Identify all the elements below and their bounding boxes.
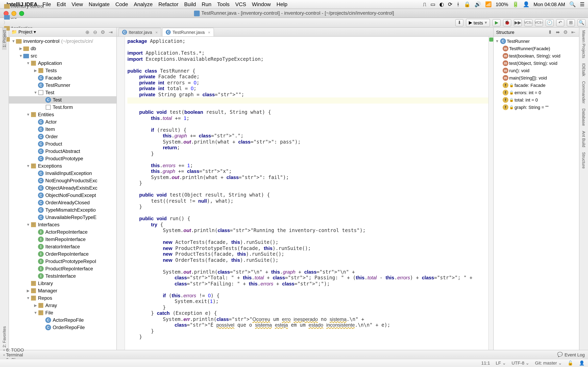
tree-node[interactable]: C ObjectNotFoundExcept — [9, 192, 116, 199]
structure-node[interactable]: m TestRunner(Facade) — [494, 45, 579, 52]
structure-node[interactable]: m run(): void — [494, 67, 579, 74]
tree-node[interactable]: ▼ Application — [9, 59, 116, 67]
scroll-from-source-icon[interactable]: ⊖ — [92, 29, 98, 35]
tree-node[interactable]: I ProductRepoInterface — [9, 265, 116, 272]
tree-node[interactable]: ▼ src — [9, 52, 116, 59]
tree-node[interactable]: C NotEnoughProductsExc — [9, 177, 116, 184]
debug-button[interactable]: 🐞 — [503, 19, 511, 26]
tree-node[interactable]: ▼ Test — [9, 89, 116, 96]
cursor-position[interactable]: 11:1 — [481, 360, 490, 366]
tree-node[interactable]: C ProductPrototype — [9, 155, 116, 162]
tree-node[interactable]: Library — [9, 280, 116, 287]
menu-code[interactable]: Code — [115, 1, 128, 7]
coverage-button[interactable]: ▶▶ — [514, 19, 522, 26]
tool-button-todo[interactable]: ▫ 6: TODO — [3, 347, 29, 352]
menu-refactor[interactable]: Refactor — [158, 1, 178, 7]
tool-button-database[interactable]: Database — [581, 106, 586, 128]
menu-navigate[interactable]: Navigate — [89, 1, 110, 7]
read-only-lock-icon[interactable]: 🔓 — [568, 360, 573, 366]
zoom-window-button[interactable] — [19, 11, 24, 16]
close-tab-icon[interactable]: × — [155, 30, 158, 34]
display-icon[interactable]: ▭ — [430, 1, 435, 7]
menu-build[interactable]: Build — [184, 1, 196, 7]
spotlight-icon[interactable]: 🔍 — [569, 1, 576, 7]
structure-node[interactable]: ▼C TestRunner — [494, 38, 579, 45]
project-view-selector[interactable]: 📁 Project ▾ — [11, 29, 36, 35]
tree-node[interactable]: C Actor — [9, 118, 116, 125]
tree-arrow-icon[interactable]: ▶ — [34, 68, 38, 73]
tree-node[interactable]: ▼ inventory-control (~/projects/cin/ — [9, 38, 116, 45]
tree-node[interactable]: C UnavailableRepoTypeE — [9, 214, 116, 221]
structure-node[interactable]: m main(String[]): void — [494, 74, 579, 82]
tree-arrow-icon[interactable]: ▼ — [26, 223, 30, 227]
hide-icon[interactable]: ⇤ — [570, 29, 577, 35]
structure-node[interactable]: m test(Object, String): void — [494, 59, 579, 67]
settings-icon[interactable]: ⚙ — [562, 29, 569, 35]
tool-button-ant-build[interactable]: Ant Build — [581, 128, 586, 150]
gutter[interactable] — [117, 37, 125, 350]
tree-arrow-icon[interactable]: ▶ — [34, 303, 38, 308]
tree-node[interactable]: C ObjectAlreadyExistsExc — [9, 184, 116, 192]
tool-button-idetalk[interactable]: IDEtalk — [581, 61, 586, 79]
tree-node[interactable]: ▼ Interfaces — [9, 221, 116, 228]
settings-icon[interactable]: ⚙ — [100, 29, 106, 35]
menu-tools[interactable]: Tools — [217, 1, 229, 7]
vcs-update-button[interactable]: VCS↓ — [524, 19, 532, 26]
code-editor[interactable]: package Application; import Application.… — [125, 37, 488, 350]
event-log-button[interactable]: 💬 Event Log — [557, 352, 585, 357]
menu-vcs[interactable]: VCS — [235, 1, 246, 7]
update-project-button[interactable]: ⬇ — [455, 19, 463, 26]
tree-node[interactable]: C OrderRepoFile — [9, 324, 116, 331]
hector-icon[interactable]: 👤 — [579, 360, 585, 366]
tree-node[interactable]: C ActorRepoFile — [9, 317, 116, 324]
tree-node[interactable]: C Product — [9, 140, 116, 148]
tree-node[interactable]: ▶ Tests — [9, 67, 116, 74]
tree-node[interactable]: ▼ File — [9, 309, 116, 317]
tree-node[interactable]: C ProductAbstract — [9, 148, 116, 155]
tree-arrow-icon[interactable]: ▼ — [19, 54, 23, 58]
tree-node[interactable]: C OrderAlreadyClosed — [9, 199, 116, 206]
tree-node[interactable]: C Test — [9, 96, 116, 104]
tool-button-structure[interactable]: Structure — [581, 150, 586, 171]
menu-analyze[interactable]: Analyze — [134, 1, 153, 7]
git-branch[interactable]: Git: master ⌄ — [535, 360, 562, 366]
tool-button-maven-projects[interactable]: Maven Projects — [581, 28, 586, 61]
tree-node[interactable]: C Order — [9, 133, 116, 140]
wifi-icon[interactable]: 📶 — [485, 1, 492, 7]
tree-node[interactable]: Test.form — [9, 104, 116, 111]
volume-icon[interactable]: 🔊 — [475, 1, 481, 7]
run-button[interactable]: ▶ — [493, 19, 501, 26]
tree-arrow-icon[interactable]: ▼ — [11, 39, 16, 43]
minimize-window-button[interactable] — [11, 11, 16, 16]
menu-edit[interactable]: Edit — [57, 1, 66, 7]
tree-node[interactable]: I IteratorInterface — [9, 243, 116, 250]
tree-node[interactable]: C TestRunner — [9, 82, 116, 89]
structure-node[interactable]: f 🔒 errors: int = 0 — [494, 89, 579, 96]
tree-node[interactable]: ▼ Repos — [9, 294, 116, 302]
project-tool-button[interactable]: 1: Project — [2, 28, 7, 50]
scroll-to-source-icon[interactable]: ⊕ — [84, 29, 91, 35]
tree-arrow-icon[interactable]: ▼ — [26, 113, 30, 117]
close-tab-icon[interactable]: × — [208, 30, 210, 34]
tree-node[interactable]: ▶ db — [9, 45, 116, 52]
vcs-commit-button[interactable]: VCS↑ — [535, 19, 543, 26]
tree-node[interactable]: C TypeMismatchExceptio — [9, 206, 116, 214]
tree-node[interactable]: C InvalidInputException — [9, 170, 116, 177]
tool-button-commander[interactable]: Commander — [581, 79, 586, 106]
editor-tab[interactable]: C Iterator.java × — [118, 28, 162, 36]
tree-node[interactable]: I OrderRepoInterface — [9, 250, 116, 258]
line-separator[interactable]: LF ⌄ — [496, 360, 506, 366]
tree-node[interactable]: ▶ Manager — [9, 287, 116, 294]
tree-arrow-icon[interactable]: ▼ — [34, 311, 38, 315]
notifications-icon[interactable]: ☰ — [580, 1, 585, 7]
vcs-revert-button[interactable]: ↶ — [556, 19, 564, 26]
vcs-history-button[interactable]: 🕘 — [545, 19, 554, 26]
timemachine-icon[interactable]: ⟳ — [448, 1, 452, 7]
menu-help[interactable]: Help — [277, 1, 287, 7]
error-stripe[interactable] — [488, 37, 493, 350]
tree-node[interactable]: I TestsInterface — [9, 272, 116, 280]
sync-icon[interactable]: ◐ — [439, 1, 444, 7]
tree-arrow-icon[interactable]: ▼ — [26, 296, 30, 300]
tree-node[interactable]: ▼ Exceptions — [9, 162, 116, 170]
favorites-tool-button[interactable]: 2: Favorites — [2, 324, 7, 350]
